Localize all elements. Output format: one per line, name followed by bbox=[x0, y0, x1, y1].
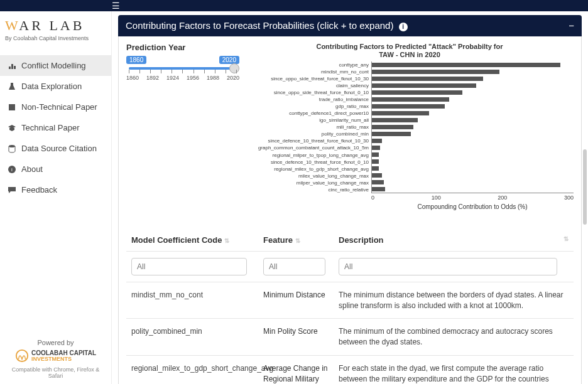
cell-desc: For each state in the dyad, we first com… bbox=[334, 363, 574, 384]
chart-bar-row bbox=[372, 144, 574, 151]
chart-bar-row bbox=[372, 151, 574, 158]
chart-column: Contributing Factors to Predicted "Attac… bbox=[246, 43, 574, 210]
chart-bar-row bbox=[372, 110, 574, 117]
sidebar-item-label: Data Exploration bbox=[21, 82, 82, 91]
comment-icon bbox=[8, 186, 16, 195]
chart-bar bbox=[372, 104, 445, 109]
chart-bar bbox=[372, 90, 462, 95]
sidebar-item-label: Feedback bbox=[21, 185, 57, 195]
chart-y-label: mili_ratio_max bbox=[246, 124, 369, 131]
filter-desc-input[interactable] bbox=[339, 258, 557, 275]
sidebar-item-technical-paper[interactable]: Technical Paper bbox=[0, 117, 111, 138]
table-row: polity_combined_minMin Polity ScoreThe m… bbox=[126, 319, 574, 356]
chart-bar-row bbox=[372, 131, 574, 137]
cell-feature: Average Change in Regional Military Expe… bbox=[258, 363, 334, 384]
chart-y-label: claim_saliency bbox=[246, 82, 369, 89]
footer-brand-line1: COOLABAH CAPITAL bbox=[31, 350, 96, 356]
chart-y-label: regional_milper_to_tpop_long_change_avg bbox=[246, 151, 369, 158]
filter-code-input[interactable] bbox=[131, 258, 247, 275]
hamburger-icon[interactable]: ☰ bbox=[112, 1, 120, 11]
panel-header[interactable]: Contributing Factors to Forecast Probabi… bbox=[118, 15, 582, 36]
scrollbar[interactable] bbox=[583, 149, 587, 225]
sidebar-item-conflict-modelling[interactable]: Conflict Modelling bbox=[0, 55, 111, 76]
collapse-icon[interactable]: − bbox=[569, 20, 574, 31]
chart-y-label: gdp_ratio_max bbox=[246, 103, 369, 110]
sidebar-item-non-technical-paper[interactable]: Non-Technical Paper bbox=[0, 97, 111, 117]
chart-bar bbox=[372, 125, 413, 130]
chart-bar bbox=[372, 146, 380, 151]
sort-icon[interactable]: ⇅ bbox=[564, 235, 569, 242]
chart-bar bbox=[372, 159, 379, 164]
chart-y-label: cinc_ratio_relative bbox=[246, 186, 369, 193]
chart-y-label: conttype_any bbox=[246, 61, 369, 68]
table-row: mindist_mm_no_contMinimum DistanceThe mi… bbox=[126, 282, 574, 319]
cell-desc: The minimum distance between the borders… bbox=[334, 290, 574, 311]
chart-y-label: since_oppo_side_threat_force_fknot_0_10 bbox=[246, 89, 369, 96]
cell-feature: Min Polity Score bbox=[258, 326, 334, 337]
sort-icon[interactable]: ⇅ bbox=[295, 237, 300, 244]
chart-bar-row bbox=[372, 61, 574, 68]
table-body: mindist_mm_no_contMinimum DistanceThe mi… bbox=[126, 282, 574, 384]
col-header-feature[interactable]: Feature bbox=[263, 235, 293, 245]
sidebar-item-label: Technical Paper bbox=[21, 123, 80, 132]
chart-bar bbox=[372, 63, 560, 68]
chart-y-label: since_defence_10_threat_force_fknot_10_3… bbox=[246, 137, 369, 144]
slider-title: Prediction Year bbox=[126, 43, 239, 52]
chart-bar bbox=[372, 97, 449, 102]
info-icon[interactable]: i bbox=[399, 23, 408, 31]
table-row: regional_milex_to_gdp_short_change_avgAv… bbox=[126, 356, 574, 384]
panel-body: Prediction Year 1860 2020 18601892192419… bbox=[118, 36, 582, 385]
chart-bar-row bbox=[372, 96, 574, 103]
col-header-code[interactable]: Model Coefficient Code bbox=[131, 235, 222, 245]
chart-y-label: graph_common_combatant_count_attack_10_5… bbox=[246, 144, 369, 151]
sidebar-item-label: Conflict Modelling bbox=[21, 61, 86, 70]
chart-bar-row bbox=[372, 82, 574, 89]
chart-bar-row bbox=[372, 124, 574, 131]
slider-end-badge: 2020 bbox=[219, 56, 239, 64]
sidebar-footer: Powered by COOLABAH CAPITAL INVESTMENTS … bbox=[0, 334, 111, 384]
chart-bar bbox=[372, 173, 382, 178]
sidebar-item-feedback[interactable]: Feedback bbox=[0, 179, 111, 200]
chart-bar-row bbox=[372, 179, 574, 186]
sidebar-item-label: Non-Technical Paper bbox=[21, 102, 97, 112]
chart-x-label: Compounding Contribution to Odds (%) bbox=[371, 203, 574, 210]
chart-bar-row bbox=[372, 68, 574, 75]
chart-y-labels: conttype_anymindist_mm_no_contsince_oppo… bbox=[246, 61, 371, 193]
col-header-desc[interactable]: Description bbox=[339, 235, 384, 245]
chart-bar bbox=[372, 70, 499, 75]
sidebar-item-data-exploration[interactable]: Data Exploration bbox=[0, 76, 111, 97]
logo-letter: W bbox=[5, 18, 19, 33]
chart-y-label: milex_value_long_change_max bbox=[246, 173, 369, 179]
chart-y-label: trade_ratio_imbalance bbox=[246, 96, 369, 103]
sidebar-item-about[interactable]: iAbout bbox=[0, 159, 111, 179]
main-content: Contributing Factors to Forecast Probabi… bbox=[112, 11, 588, 384]
chart-bar bbox=[372, 152, 379, 157]
sidebar-item-label: About bbox=[21, 164, 43, 174]
cell-desc: The minimum of the combined democracy an… bbox=[334, 326, 574, 348]
chart-bar bbox=[372, 166, 379, 171]
chart-bar bbox=[372, 77, 483, 82]
chart-bar bbox=[372, 111, 429, 116]
chart-y-label: mindist_mm_no_cont bbox=[246, 68, 369, 75]
coolabah-logo-icon bbox=[15, 349, 29, 363]
year-slider[interactable]: 1860 2020 186018921924195619882020 bbox=[126, 56, 239, 93]
factors-table: Model Coefficient Code⇅ Feature⇅ Descrip… bbox=[126, 229, 574, 384]
sort-icon[interactable]: ⇅ bbox=[224, 237, 229, 244]
chart-bar-row bbox=[372, 75, 574, 82]
chart-bar-row bbox=[372, 158, 574, 165]
table-filter-row bbox=[126, 252, 574, 282]
chart-bar-row bbox=[372, 117, 574, 124]
chart-bar-row bbox=[372, 89, 574, 96]
sidebar-item-data-source-citation[interactable]: Data Source Citation bbox=[0, 138, 111, 159]
chart-bar bbox=[372, 139, 382, 144]
slider-start-badge: 1860 bbox=[126, 56, 146, 64]
sidebar: WAR LAB By Coolabah Capital Investments … bbox=[0, 11, 112, 384]
cell-feature: Minimum Distance bbox=[258, 290, 334, 301]
chart-title: Contributing Factors to Predicted "Attac… bbox=[246, 43, 574, 59]
chart-bar bbox=[372, 187, 385, 192]
chart-y-label: igo_similarity_num_all bbox=[246, 117, 369, 124]
powered-by-label: Powered by bbox=[5, 339, 106, 346]
sidebar-item-label: Data Source Citation bbox=[21, 144, 97, 153]
filter-feature-input[interactable] bbox=[263, 258, 325, 275]
chart-bar bbox=[372, 180, 384, 185]
